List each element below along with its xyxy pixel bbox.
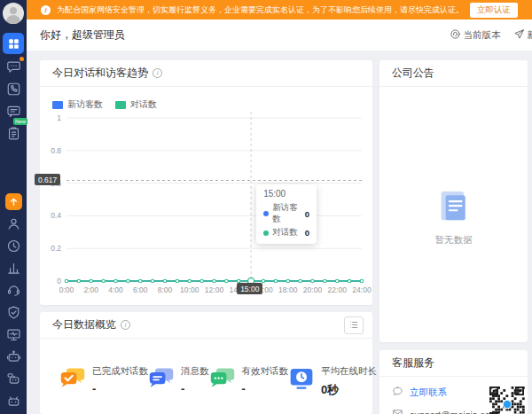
stats-list-button[interactable] — [344, 316, 364, 334]
tooltip-rows: 新访客数0对话数0 — [263, 202, 309, 238]
dashboard-grid-icon — [7, 37, 20, 51]
announcement-header: 公司公告 — [379, 60, 528, 87]
sidebar-item-quality[interactable] — [3, 302, 24, 322]
new-features-label: 新功能 — [528, 29, 532, 42]
contact-now-link[interactable]: 立即联系 — [410, 387, 447, 399]
stats-card-header: 今日数据概览 i — [40, 312, 372, 339]
verification-banner: i 为配合国家网络安全管理，切实履行监督义务，企业需要完成实名认证，为了不影响您… — [27, 0, 532, 20]
arrow-up-icon — [5, 193, 22, 210]
stats-card-title: 今日数据概览 — [52, 317, 116, 332]
series-dot — [263, 211, 269, 216]
greeting-text: 你好，超级管理员 — [40, 27, 125, 43]
monitor-icon — [6, 327, 21, 342]
service-title: 客服服务 — [392, 355, 434, 371]
sidebar: New — [0, 0, 27, 414]
bar-chart-icon — [6, 261, 21, 276]
chart-card-header: 今日对话和访客趋势 i — [40, 60, 372, 87]
right-column: 公司公告 暂无数据 客服服务 — [379, 60, 528, 414]
sidebar-item-upgrade[interactable] — [3, 191, 24, 211]
sidebar-item-visitors[interactable] — [3, 214, 24, 233]
tooltip-series-value: 0 — [305, 209, 309, 219]
avatar-body — [6, 15, 20, 24]
chart-card-title: 今日对话和访客趋势 — [52, 66, 148, 81]
svg-text:0.4: 0.4 — [51, 211, 61, 220]
sidebar-item-history[interactable] — [3, 236, 24, 255]
new-features-button[interactable]: 新功能 — [513, 28, 532, 42]
trend-line-chart[interactable]: 00.20.40.60.810:002:004:006:008:0010:001… — [40, 109, 372, 297]
svg-text:18:00: 18:00 — [278, 285, 298, 294]
svg-text:12:00: 12:00 — [205, 285, 224, 294]
chart-tooltip: 15:00 新访客数0对话数0 — [256, 184, 317, 244]
stat-value: 0秒 — [321, 382, 377, 398]
sidebar-item-tickets[interactable]: New — [3, 123, 24, 143]
service-header: 客服服务 — [379, 350, 528, 377]
robot-team-icon — [6, 371, 21, 387]
phone-icon — [6, 82, 21, 97]
chart-info-icon[interactable]: i — [153, 68, 162, 78]
clock-icon — [6, 238, 21, 254]
tooltip-row: 新访客数0 — [263, 202, 309, 225]
current-version-button[interactable]: 当前版本 — [450, 28, 501, 42]
tooltip-time: 15:00 — [263, 189, 309, 199]
new-badge: New — [13, 118, 27, 125]
content-area: i 为配合国家网络安全管理，切实履行监督义务，企业需要完成实名认证，为了不影响您… — [27, 0, 532, 414]
sidebar-item-conversations[interactable] — [3, 57, 24, 76]
stat-messages: 消息数- — [148, 365, 209, 398]
sidebar-item-calls[interactable] — [3, 79, 24, 98]
stat-value: - — [92, 382, 148, 395]
legend-swatch — [52, 101, 63, 109]
sidebar-item-robot-2[interactable] — [3, 369, 24, 388]
svg-text:0: 0 — [57, 277, 61, 285]
announcement-title: 公司公告 — [392, 66, 434, 81]
stat-label: 已完成对话数 — [92, 365, 148, 378]
sidebar-item-robot-3[interactable] — [3, 391, 24, 410]
stat-value: - — [242, 382, 289, 395]
avatar[interactable] — [3, 3, 24, 24]
dashboard-main: 今日对话和访客趋势 i 新访客数对话数 00.20.40.60.810:002:… — [27, 51, 532, 414]
completed-chats-icon — [59, 367, 86, 391]
topbar-right: 当前版本 新功能 — [450, 28, 532, 42]
service-card: 客服服务 立即联系 support@meiqia.com — [379, 350, 528, 414]
topbar: 你好，超级管理员 当前版本 新功能 — [27, 20, 532, 51]
sidebar-item-agents[interactable] — [3, 280, 24, 300]
crosshair-x-badge: 15:00 — [237, 283, 262, 294]
empty-state-text: 暂无数据 — [379, 234, 528, 246]
tooltip-series-value: 0 — [305, 228, 309, 238]
tooltip-series-label: 新访客数 — [272, 202, 301, 225]
list-icon — [348, 319, 360, 331]
tooltip-series-label: 对话数 — [272, 227, 298, 238]
robot-plus-icon — [6, 394, 21, 409]
empty-document-icon — [439, 190, 469, 223]
app-window: New i 为配合国家网络安全管理，切实履行监督义务，企业需要完成实名认证，为了… — [0, 0, 532, 414]
svg-text:24:00: 24:00 — [352, 285, 372, 294]
mail-icon — [392, 408, 403, 414]
sidebar-item-workbench[interactable] — [3, 33, 24, 54]
messages-icon — [148, 367, 175, 391]
verify-now-button[interactable]: 立即认证 — [470, 3, 518, 18]
svg-text:1: 1 — [57, 113, 61, 122]
svg-text:0.8: 0.8 — [51, 146, 61, 155]
info-icon: i — [41, 5, 51, 15]
contact-chat-icon — [392, 386, 403, 397]
clipboard-icon — [6, 126, 21, 141]
stat-completed-chats: 已完成对话数- — [59, 365, 148, 398]
sidebar-item-statistics[interactable] — [3, 258, 24, 277]
svg-text:0.2: 0.2 — [51, 244, 61, 253]
sidebar-item-monitor[interactable] — [3, 324, 24, 344]
stat-avg-online-time: 平均在线时长0秒 — [288, 365, 377, 398]
agent-headset-icon — [6, 283, 21, 298]
trend-chart-card: 今日对话和访客趋势 i 新访客数对话数 00.20.40.60.810:002:… — [40, 60, 372, 305]
stats-info-icon[interactable]: i — [121, 320, 130, 330]
legend-swatch — [115, 101, 126, 109]
svg-text:0:00: 0:00 — [59, 285, 74, 294]
user-icon — [6, 216, 21, 231]
series-dot — [263, 230, 269, 236]
announcement-card: 公司公告 暂无数据 — [379, 60, 528, 342]
stat-label: 消息数 — [181, 365, 209, 378]
svg-text:10:00: 10:00 — [180, 285, 200, 294]
qr-code — [489, 387, 525, 414]
svg-text:22:00: 22:00 — [328, 285, 348, 294]
sidebar-item-robot-1[interactable] — [3, 347, 24, 366]
valid-chats-icon — [209, 367, 236, 391]
online-time-icon — [288, 367, 315, 391]
